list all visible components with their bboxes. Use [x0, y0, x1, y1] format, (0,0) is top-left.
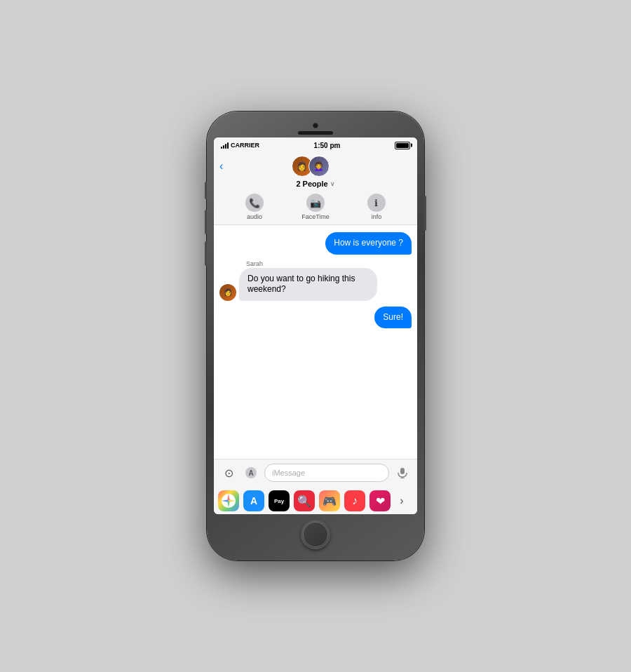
photos-app-icon[interactable] [218, 490, 239, 511]
avatar-2-inner: 👩‍🦱 [309, 156, 329, 176]
audio-label: audio [247, 213, 262, 220]
facetime-icon: 📷 [306, 194, 325, 212]
phone-top-bar [214, 119, 417, 137]
message-input[interactable]: iMessage [264, 464, 389, 482]
carrier-label: CARRIER [231, 142, 259, 149]
outgoing-bubble: Sure! [374, 307, 412, 329]
chevron-down-icon: ∨ [330, 180, 335, 187]
message-row: Sure! [219, 307, 412, 329]
nav-top-row: ‹ 👩 👩‍🦱 [219, 156, 412, 180]
camera-button[interactable]: ⊙ [219, 464, 238, 482]
status-bar: CARRIER 1:50 pm [214, 137, 417, 153]
message-text: Sure! [383, 312, 403, 322]
incoming-bubble: Do you want to go hiking this weekend? [239, 268, 377, 301]
signal-bars [221, 142, 229, 149]
games-app-icon[interactable]: 🎮 [319, 490, 340, 511]
facetime-label: FaceTime [301, 213, 330, 220]
avatar-2: 👩‍🦱 [308, 156, 330, 177]
message-text: Do you want to go hiking this weekend? [247, 274, 355, 295]
fitness-app-icon[interactable]: ❤ [369, 490, 391, 511]
svg-rect-2 [400, 468, 405, 474]
screen-bezel: CARRIER 1:50 pm ‹ 👩 [214, 137, 417, 514]
message-text: How is everyone ? [334, 238, 403, 248]
audio-action[interactable]: 📞 audio [245, 194, 264, 220]
applepay-app-icon[interactable]: Pay [269, 490, 290, 511]
home-button[interactable] [301, 520, 330, 549]
status-time: 1:50 pm [314, 142, 341, 149]
svg-text:A: A [248, 469, 253, 477]
phone-shell: CARRIER 1:50 pm ‹ 👩 [207, 112, 424, 560]
appstore-app-icon[interactable]: A [243, 490, 264, 511]
carrier-info: CARRIER [221, 142, 259, 149]
facetime-action[interactable]: 📷 FaceTime [301, 194, 330, 220]
mute-button [205, 182, 207, 199]
group-name: 2 People [296, 180, 327, 188]
more-apps-button[interactable]: › [395, 490, 409, 511]
volume-up-button [205, 210, 207, 234]
music-app-icon[interactable]: ♪ [344, 490, 365, 511]
volume-down-button [205, 241, 207, 266]
appstore-button[interactable]: A [242, 464, 260, 482]
signal-bar-2 [223, 145, 224, 149]
outgoing-bubble: How is everyone ? [325, 232, 412, 255]
messages-area: How is everyone ? Sarah 👩 Do you want to… [214, 225, 417, 459]
ios-screen: CARRIER 1:50 pm ‹ 👩 [214, 137, 417, 514]
signal-bar-3 [225, 144, 226, 149]
info-label: info [372, 213, 382, 220]
power-button [424, 196, 426, 231]
incoming-message-group: Sarah 👩 Do you want to go hiking this we… [219, 260, 412, 301]
info-icon: ℹ [367, 194, 386, 212]
earpiece-speaker [298, 131, 333, 135]
signal-bar-4 [227, 142, 229, 149]
nav-actions-row: 📞 audio 📷 FaceTime ℹ info [219, 191, 412, 224]
home-button-inner [303, 522, 328, 547]
sender-name: Sarah [246, 260, 412, 267]
phone-bottom-bar [214, 514, 417, 553]
battery-indicator [395, 142, 410, 149]
group-name-row[interactable]: 2 People ∨ [219, 180, 412, 191]
battery-icon [395, 142, 410, 149]
signal-bar-1 [221, 147, 222, 149]
input-placeholder: iMessage [272, 469, 305, 477]
nav-bar: ‹ 👩 👩‍🦱 2 People ∨ [214, 153, 417, 225]
audio-icon: 📞 [245, 194, 264, 212]
search-app-icon[interactable]: 🔍 [294, 490, 315, 511]
input-bar: ⊙ A iMessage [214, 459, 417, 486]
contact-avatar: 👩 [219, 284, 236, 301]
mic-button[interactable] [393, 464, 412, 482]
message-row: 👩 Do you want to go hiking this weekend? [219, 268, 412, 301]
battery-fill [396, 143, 409, 148]
app-icons-row: A Pay 🔍 🎮 ♪ ❤ › [214, 486, 417, 514]
front-camera [313, 123, 318, 128]
info-action[interactable]: ℹ info [367, 194, 386, 220]
group-avatars: 👩 👩‍🦱 [223, 156, 398, 177]
message-row: How is everyone ? [219, 232, 412, 255]
